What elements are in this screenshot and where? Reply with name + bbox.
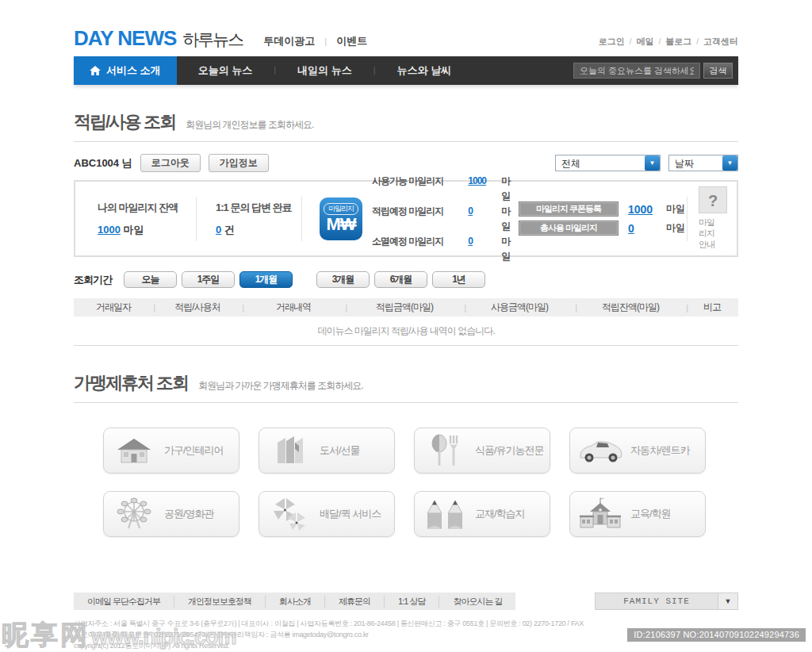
period-6month-button[interactable]: 6개월 — [374, 271, 427, 288]
footer-link-privacy-policy[interactable]: 개인정보보호정책 — [174, 596, 266, 608]
category-label: 도서/선물 — [320, 443, 360, 458]
chevron-down-icon[interactable]: ▼ — [645, 155, 660, 171]
qna-unit: 건 — [224, 224, 235, 236]
period-1year-button[interactable]: 1년 — [432, 271, 485, 288]
column-header: 적립금액(마일) — [345, 301, 464, 314]
category-food[interactable]: 식품/유기농전문 — [414, 428, 550, 474]
school-icon — [570, 497, 630, 531]
family-site-select[interactable]: FAMILY SITE ▼ — [595, 593, 738, 610]
qna-label: 1:1 문의 답변 완료 — [216, 201, 301, 215]
footer-copyright: copyright(c) 2012통로이미지(주) All rights Res… — [74, 641, 738, 652]
ferris-wheel-icon — [104, 497, 164, 531]
row-value: 0 — [468, 204, 501, 234]
category-park-cinema[interactable]: 공원/영화관 — [103, 491, 239, 537]
action-row: 마일리지 쿠폰등록 1000 마일 — [519, 201, 687, 217]
divider — [74, 141, 738, 142]
footer-link-email-refusal[interactable]: 이메일 무단수집거부 — [74, 596, 174, 608]
row-value: 0 — [468, 234, 501, 264]
nav-search: 검색 — [573, 63, 733, 79]
page-container: DAY NEWS 하루뉴스 투데이광고 | 이벤트 로그인 / 메일 / 블로그… — [74, 0, 738, 652]
action-value: 1000 — [628, 203, 666, 216]
user-row: ABC1004 님 로그아웃 가입정보 전체 ▼ 날짜 ▼ — [74, 154, 738, 172]
logout-button[interactable]: 로그아웃 — [140, 154, 201, 172]
footer-link-consultation[interactable]: 1:1 상담 — [385, 596, 439, 608]
mileage-detail-column: 마일리지 M₩ 사용가능 마일리지 1000 마일 적립예정 마일리지 0 마일… — [302, 174, 519, 264]
top-menu-today-ad[interactable]: 투데이광고 — [263, 34, 315, 48]
mileage-row: 소멸예정 마일리지 0 마일 — [372, 234, 519, 264]
action-value: 0 — [628, 222, 666, 235]
divider: | — [324, 36, 327, 46]
chevron-down-icon[interactable]: ▼ — [722, 155, 737, 171]
action-unit: 마일 — [666, 221, 685, 235]
search-button[interactable]: 검색 — [703, 63, 733, 79]
logo-haru-news: 하루뉴스 — [182, 29, 243, 51]
pinwheel-icon — [259, 497, 320, 531]
search-input[interactable] — [573, 63, 700, 79]
column-header: 적립잔액(마일) — [575, 301, 686, 314]
footer-link-company-intro[interactable]: 회사소개 — [266, 596, 325, 608]
nav-tab-news-weather[interactable]: 뉴스와 날씨 — [376, 56, 473, 85]
filter-type-select[interactable]: 전체 ▼ — [555, 155, 661, 171]
category-books[interactable]: 도서/선물 — [259, 428, 395, 474]
period-1week-button[interactable]: 1주일 — [182, 271, 235, 288]
category-textbooks[interactable]: 교재/학습지 — [414, 491, 550, 537]
category-education[interactable]: 교육/학원 — [569, 491, 706, 537]
footer-link-partnership[interactable]: 제휴문의 — [325, 596, 385, 608]
badge-big-label: M₩ — [326, 215, 355, 234]
transactions-table-header: 거래일자 적립/사용처 거래내역 적립금액(마일) 사용금액(마일) 적립잔액(… — [74, 298, 738, 316]
mileage-actions-column: 마일리지 쿠폰등록 1000 마일 총사용 마일리지 0 마일 — [519, 198, 687, 240]
divider — [74, 402, 738, 403]
mileage-summary-box: 나의 마일리지 잔액 1000 마일 1:1 문의 답변 완료 0 건 마일리지… — [74, 180, 738, 257]
category-label: 식품/유기농전문 — [475, 443, 544, 458]
balance-column: 나의 마일리지 잔액 1000 마일 — [75, 201, 196, 237]
category-furniture[interactable]: 가구/인테리어 — [103, 428, 239, 474]
category-label: 공원/영화관 — [164, 507, 214, 521]
period-1month-button[interactable]: 1개월 — [239, 271, 293, 288]
books-icon — [259, 435, 320, 466]
user-name: ABC1004 님 — [74, 156, 132, 171]
utility-customer-center[interactable]: 고객센터 — [703, 36, 738, 48]
question-mark-icon[interactable]: ? — [699, 186, 727, 213]
filter-type-value: 전체 — [556, 155, 645, 171]
chevron-down-icon[interactable]: ▼ — [718, 593, 737, 609]
total-used-button[interactable]: 총사용 마일리지 — [519, 221, 619, 236]
utility-blog[interactable]: 블로그 — [665, 36, 691, 48]
balance-value: 1000 — [98, 224, 121, 236]
period-label: 조회기간 — [74, 273, 112, 287]
section-title: 가맹제휴처 조회 — [74, 371, 188, 395]
category-delivery[interactable]: 배달/퀵 서비스 — [259, 491, 395, 537]
nav-tab-service-intro[interactable]: 서비스 소개 — [74, 56, 177, 85]
mileage-row: 적립예정 마일리지 0 마일 — [372, 204, 519, 234]
action-unit: 마일 — [666, 202, 685, 216]
coupon-register-button[interactable]: 마일리지 쿠폰등록 — [519, 201, 619, 217]
page-title: 적립/사용 조회 — [74, 110, 175, 134]
footer-link-directions[interactable]: 찾아오시는 길 — [439, 596, 515, 608]
divider: / — [696, 37, 699, 46]
period-today-button[interactable]: 오늘 — [124, 271, 177, 288]
join-info-button[interactable]: 가입정보 — [209, 154, 269, 172]
cutlery-icon — [415, 434, 475, 467]
mileage-section-header: 적립/사용 조회 회원님의 개인정보를 조회하세요. — [74, 110, 738, 134]
filter-date-select[interactable]: 날짜 ▼ — [668, 155, 738, 171]
period-3month-button[interactable]: 3개월 — [316, 271, 370, 288]
nav-tab-today-news[interactable]: 오늘의 뉴스 — [177, 56, 274, 85]
page-subtitle: 회원님의 개인정보를 조회하세요. — [186, 118, 313, 132]
balance-label: 나의 마일리지 잔액 — [98, 201, 196, 215]
utility-mail[interactable]: 메일 — [636, 36, 653, 48]
image-id-stamp: ID:2106397 NO:20140709102249294736 — [627, 628, 806, 642]
badge-small-label: 마일리지 — [324, 203, 358, 215]
nav-tab-tomorrow-news[interactable]: 내일의 뉴스 — [276, 56, 373, 85]
row-label: 적립예정 마일리지 — [372, 204, 468, 234]
car-icon — [570, 438, 630, 463]
category-label: 자동차/렌트카 — [630, 443, 690, 458]
row-label: 소멸예정 마일리지 — [372, 234, 468, 264]
filters: 전체 ▼ 날짜 ▼ — [555, 155, 738, 171]
column-header: 거래일자 — [74, 301, 153, 314]
card-row: 공원/영화관 배달/퀵 서비스 교재/학습지 교육/학원 — [103, 491, 709, 537]
top-menu-event[interactable]: 이벤트 — [336, 34, 367, 48]
logo-day-news[interactable]: DAY NEWS — [74, 26, 176, 51]
category-car[interactable]: 자동차/렌트카 — [569, 428, 706, 474]
utility-login[interactable]: 로그인 — [599, 36, 625, 48]
row-unit: 마일 — [501, 234, 519, 264]
partners-section-header: 가맹제휴처 조회 회원님과 가까운 가맹제휴처를 조회하세요. — [74, 371, 738, 395]
